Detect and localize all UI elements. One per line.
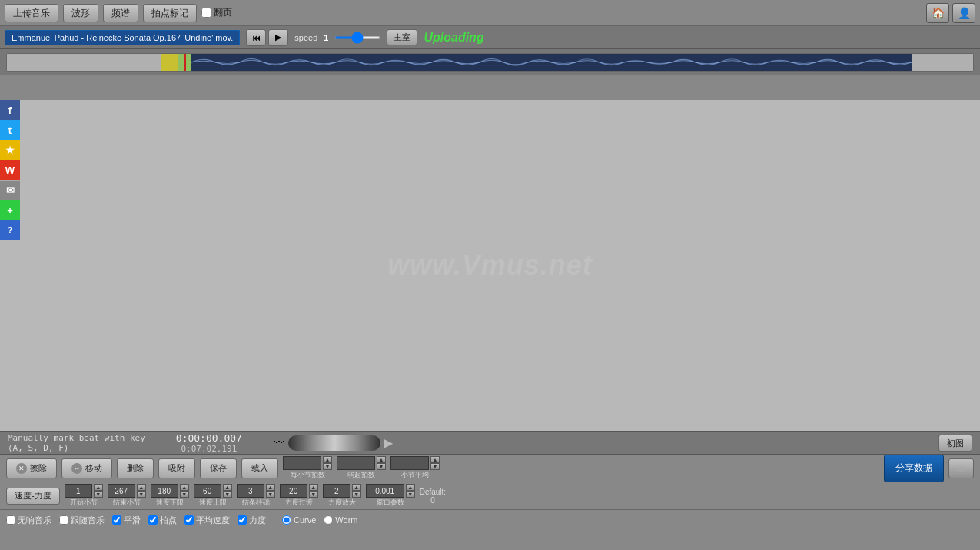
speed-label: speed [294,33,317,42]
speed-lower-down[interactable]: ▼ [180,491,189,498]
start-bar-down[interactable]: ▼ [94,491,103,498]
smooth-checkbox[interactable] [112,515,121,525]
checkbox-row: 无响音乐 跟随音乐 平滑 拍点 平均速度 力度 Curve Worm [0,510,980,530]
speed-upper-down[interactable]: ▼ [223,491,232,498]
twitter-icon[interactable]: t [0,120,20,140]
bar-avg-input[interactable] [390,456,429,470]
start-bar-spinner: ▲ ▼ 开始小节 [65,484,103,508]
erase-button[interactable]: ✕ 擦除 [6,458,57,478]
move-button[interactable]: ↔ 移动 [61,458,112,478]
speed-lower-label: 速度下限 [156,498,184,508]
speed-upper-input[interactable] [194,484,221,498]
end-bar-up[interactable]: ▲ [137,484,146,491]
window-param-up[interactable]: ▲ [406,484,415,491]
worm-radio-item: Worm [324,515,357,525]
start-beat-down[interactable]: ▼ [377,463,386,470]
attract-button[interactable]: 吸附 [158,458,195,478]
end-bar-input[interactable] [108,484,135,498]
force-zoom-label: 力度放大 [328,498,356,508]
start-beat-input[interactable] [337,456,375,470]
volume-slider-area: 〰 ▶ [273,435,393,451]
social-sidebar: f t ★ W ✉ + ? [0,100,20,240]
beats-per-bar-down[interactable]: ▼ [323,463,332,470]
beats-per-bar-up[interactable]: ▲ [323,456,332,463]
force-checkbox[interactable] [238,515,247,525]
top-toolbar: 上传音乐 波形 频谱 拍点标记 翻页 🏠 👤 [0,0,980,26]
user-icon-btn[interactable]: 👤 [952,3,975,23]
no-sound-checkbox-item: 无响音乐 [6,515,51,526]
bar-width-spinner: ▲ ▼ 结条柱础 [237,484,275,508]
edit-button[interactable]: 主室 [387,29,417,45]
start-bar-label: 开始小节 [70,498,98,508]
frequency-button[interactable]: 频谱 [103,4,138,22]
bar-width-up[interactable]: ▲ [266,484,275,491]
window-param-input[interactable] [366,484,404,498]
force-zoom-up[interactable]: ▲ [352,484,361,491]
beat-label: 拍点 [160,515,177,526]
force-smooth-down[interactable]: ▼ [309,491,318,498]
start-beat-arrows: ▲ ▼ [377,456,386,470]
start-bar-input[interactable] [65,484,92,498]
start-bar-up[interactable]: ▲ [94,484,103,491]
ict-button[interactable]: ict [948,458,974,478]
default-label: Default: [420,488,446,496]
status-bar: Manually mark beat with key (A, S, D, F)… [0,432,980,455]
top-right-icons: 🏠 👤 [926,3,975,23]
force-zoom-input[interactable] [323,484,350,498]
play-button[interactable]: ▶ [268,29,288,46]
star-icon[interactable]: ★ [0,140,20,160]
speed-slider[interactable] [334,36,380,39]
worm-radio[interactable] [324,515,333,525]
force-smooth-spinner: ▲ ▼ 力度过渡 [280,484,318,508]
force-zoom-down[interactable]: ▼ [352,491,361,498]
force-smooth-label: 力度过渡 [285,498,313,508]
page-checkbox[interactable] [201,8,211,18]
waveform-overview-inner[interactable] [6,53,974,72]
avg-speed-checkbox-item: 平均速度 [184,515,230,526]
bar-width-input[interactable] [237,484,264,498]
speed-upper-up[interactable]: ▲ [223,484,232,491]
volume-bar[interactable] [288,435,380,451]
waveform-selected-region [178,54,191,71]
avg-speed-checkbox[interactable] [184,515,194,525]
force-zoom-spinner: ▲ ▼ 力度放大 [323,484,361,508]
page-checkbox-item: 翻页 [201,6,232,19]
force-smooth-input[interactable] [280,484,307,498]
home-icon-btn[interactable]: 🏠 [926,3,949,23]
waveform-button[interactable]: 波形 [63,4,98,22]
beat-checkbox[interactable] [148,515,158,525]
save-button[interactable]: 保存 [200,458,237,478]
mail-icon[interactable]: ✉ [0,180,20,200]
bar-avg-down[interactable]: ▼ [430,463,440,470]
speed-force-button[interactable]: 速度-力度 [6,488,60,505]
end-bar-down[interactable]: ▼ [137,491,146,498]
weibo-icon[interactable]: W [0,160,20,180]
status-message: Manually mark beat with key (A, S, D, F) [8,433,145,453]
split-data-button[interactable]: 分享数据 [884,455,944,482]
beats-per-bar-input[interactable] [283,456,321,470]
bar-width-down[interactable]: ▼ [266,491,275,498]
curve-radio[interactable] [282,515,291,525]
track-title-bar: Emmanuel Pahud - Reinecke Sonata Op.167 … [0,26,980,49]
force-smooth-up[interactable]: ▲ [309,484,318,491]
view-button[interactable]: 初图 [938,435,972,452]
bar-avg-up[interactable]: ▲ [430,456,440,463]
main-area: www.Vmus.net [0,100,980,431]
default-display: Default: 0 [420,488,446,505]
speed-lower-input[interactable] [151,484,178,498]
delete-button[interactable]: 删除 [117,458,154,478]
beatmark-button[interactable]: 拍点标记 [143,4,197,22]
import-button[interactable]: 载入 [241,458,278,478]
end-bar-label: 结束小节 [113,498,141,508]
prev-button[interactable]: ⏮ [246,29,266,46]
help-icon[interactable]: ? [0,220,20,240]
start-beat-up[interactable]: ▲ [377,456,386,463]
upload-button[interactable]: 上传音乐 [5,4,58,22]
facebook-icon[interactable]: f [0,100,20,120]
add-icon[interactable]: + [0,200,20,220]
speed-lower-up[interactable]: ▲ [180,484,189,491]
window-param-down[interactable]: ▼ [406,491,415,498]
no-sound-checkbox[interactable] [6,515,15,525]
accompany-checkbox[interactable] [59,515,68,525]
uploading-status: Uploading [424,31,483,45]
